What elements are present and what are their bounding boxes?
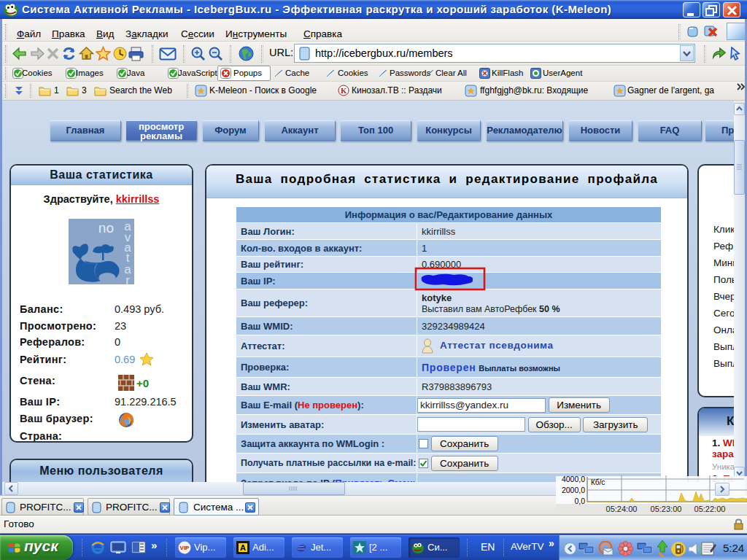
svg-text:4000,0: 4000,0 (562, 475, 585, 483)
svg-text:05:22:00: 05:22:00 (694, 505, 726, 513)
svg-text:A: A (240, 543, 246, 552)
svg-text:VIP: VIP (180, 545, 190, 551)
svg-text:05:24:00: 05:24:00 (606, 505, 638, 513)
svg-text:2000,0: 2000,0 (562, 486, 585, 494)
svg-text:0,0: 0,0 (574, 497, 585, 505)
svg-text:Кб/с: Кб/с (591, 478, 605, 486)
svg-text:no: no (98, 220, 114, 236)
svg-text:05:23:00: 05:23:00 (651, 505, 682, 513)
svg-text:r: r (125, 273, 130, 284)
svg-text:К: К (341, 86, 347, 95)
